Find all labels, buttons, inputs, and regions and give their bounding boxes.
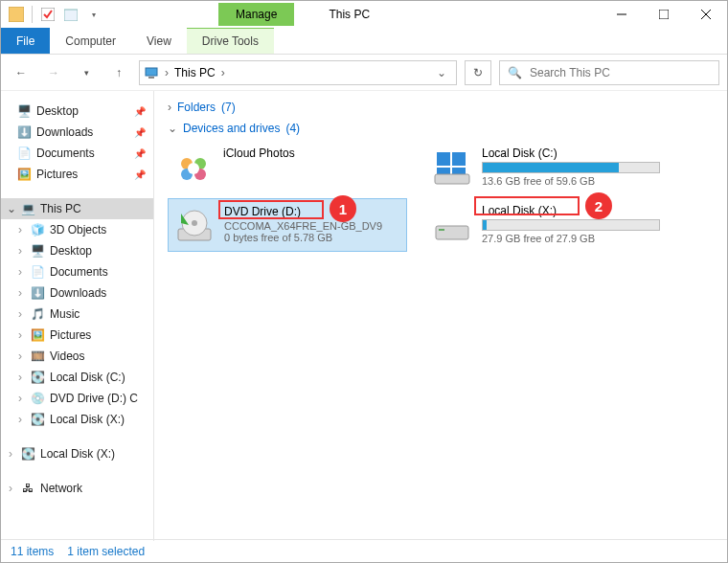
properties-icon[interactable] bbox=[38, 5, 57, 24]
tab-computer[interactable]: Computer bbox=[50, 28, 131, 54]
documents-icon: 📄 bbox=[30, 264, 45, 280]
extra-group: 💽Local Disk (X:) bbox=[1, 443, 153, 464]
tree-item-this-pc[interactable]: 💻This PC bbox=[1, 198, 153, 219]
annotation-callout: 1 bbox=[330, 195, 356, 222]
close-button[interactable] bbox=[685, 1, 727, 28]
section-count: (7) bbox=[221, 101, 236, 114]
forward-button[interactable]: → bbox=[41, 60, 66, 85]
separator bbox=[32, 6, 33, 23]
tile-local-disk-c[interactable]: Local Disk (C:) 13.6 GB free of 59.6 GB bbox=[426, 141, 666, 192]
tile-title: iCloud Photos bbox=[223, 146, 401, 160]
dvd-icon: 💿 bbox=[30, 391, 45, 406]
svg-point-13 bbox=[188, 163, 199, 174]
breadcrumb[interactable]: › This PC › ⌄ bbox=[139, 60, 457, 85]
search-input[interactable] bbox=[530, 66, 711, 79]
downloads-icon: ⬇️ bbox=[30, 285, 45, 301]
breadcrumb-item[interactable]: This PC bbox=[174, 66, 216, 79]
section-folders[interactable]: › Folders (7) bbox=[168, 101, 714, 114]
chevron-down-icon: ⌄ bbox=[168, 122, 177, 135]
refresh-button[interactable]: ↻ bbox=[465, 60, 491, 85]
section-devices[interactable]: ⌄ Devices and drives (4) bbox=[168, 122, 714, 135]
tile-local-disk-x[interactable]: Local Disk (X:) 27.9 GB free of 27.9 GB … bbox=[426, 198, 666, 252]
navigation-pane[interactable]: 🖥️Desktop📌 ⬇️Downloads📌 📄Documents📌 🖼️Pi… bbox=[1, 91, 154, 541]
tree-item-documents[interactable]: 📄Documents📌 bbox=[1, 143, 153, 164]
capacity-bar bbox=[482, 162, 660, 173]
window-controls bbox=[601, 1, 727, 28]
capacity-bar bbox=[482, 219, 660, 231]
chevron-right-icon[interactable]: › bbox=[221, 66, 225, 79]
desktop-icon: 🖥️ bbox=[16, 103, 32, 119]
drive-icon: 💽 bbox=[20, 446, 35, 462]
section-count: (4) bbox=[285, 122, 300, 135]
tree-item-local-disk-x[interactable]: 💽Local Disk (X:) bbox=[1, 409, 153, 430]
drive-icon: 💽 bbox=[30, 370, 45, 385]
tree-item-documents[interactable]: 📄Documents bbox=[1, 261, 153, 282]
tree-item-network[interactable]: 🖧Network bbox=[1, 478, 153, 499]
drive-icon: 💽 bbox=[30, 412, 45, 427]
tree-item-desktop[interactable]: 🖥️Desktop bbox=[1, 240, 153, 261]
tree-item-videos[interactable]: 🎞️Videos bbox=[1, 346, 153, 367]
tile-title: Local Disk (C:) bbox=[482, 146, 660, 160]
pictures-icon: 🖼️ bbox=[30, 327, 45, 343]
annotation-box bbox=[218, 200, 324, 219]
back-button[interactable]: ← bbox=[9, 60, 34, 85]
svg-rect-15 bbox=[452, 152, 466, 166]
chevron-right-icon[interactable]: › bbox=[165, 66, 169, 79]
downloads-icon: ⬇️ bbox=[16, 124, 32, 140]
tile-volume-label: CCCOMA_X64FRE_EN-GB_DV9 bbox=[224, 220, 400, 232]
breadcrumb-dropdown-icon[interactable]: ⌄ bbox=[437, 66, 452, 79]
address-bar: ← → ▾ ↑ › This PC › ⌄ ↻ 🔍 bbox=[1, 55, 727, 91]
annotation-callout: 2 bbox=[585, 192, 612, 219]
pictures-icon: 🖼️ bbox=[16, 167, 32, 182]
pc-icon: 💻 bbox=[20, 201, 35, 216]
window-title: This PC bbox=[329, 8, 370, 21]
pin-icon: 📌 bbox=[134, 106, 146, 117]
content-pane[interactable]: › Folders (7) ⌄ Devices and drives (4) i… bbox=[154, 91, 727, 541]
icloud-photos-icon bbox=[173, 146, 214, 187]
tree-item-3d-objects[interactable]: 🧊3D Objects bbox=[1, 219, 153, 240]
tile-freespace: 0 bytes free of 5.78 GB bbox=[224, 232, 400, 243]
quick-access-group: 🖥️Desktop📌 ⬇️Downloads📌 📄Documents📌 🖼️Pi… bbox=[1, 101, 153, 185]
tree-item-local-disk-c[interactable]: 💽Local Disk (C:) bbox=[1, 367, 153, 388]
svg-rect-8 bbox=[148, 77, 154, 79]
recent-locations-button[interactable]: ▾ bbox=[74, 60, 99, 85]
drive-icon bbox=[432, 146, 472, 187]
tile-dvd-drive[interactable]: DVD Drive (D:) CCCOMA_X64FRE_EN-GB_DV9 0… bbox=[168, 198, 407, 252]
contextual-tab-label[interactable]: Manage bbox=[218, 3, 294, 26]
tab-view[interactable]: View bbox=[131, 28, 187, 54]
svg-rect-23 bbox=[439, 229, 444, 231]
status-item-count: 11 items bbox=[11, 545, 54, 558]
3d-objects-icon: 🧊 bbox=[30, 222, 45, 237]
tile-freespace: 13.6 GB free of 59.6 GB bbox=[482, 175, 660, 187]
svg-rect-22 bbox=[436, 226, 468, 239]
tree-item-music[interactable]: 🎵Music bbox=[1, 304, 153, 325]
up-button[interactable]: ↑ bbox=[106, 60, 131, 85]
tab-drive-tools[interactable]: Drive Tools bbox=[187, 28, 274, 54]
devices-grid: iCloud Photos Local Disk (C:) 13.6 GB fr… bbox=[168, 141, 714, 252]
network-group: 🖧Network bbox=[1, 478, 153, 499]
tree-item-downloads[interactable]: ⬇️Downloads📌 bbox=[1, 122, 153, 143]
tree-item-local-disk-x-root[interactable]: 💽Local Disk (X:) bbox=[1, 443, 153, 464]
minimize-button[interactable] bbox=[601, 1, 643, 28]
svg-rect-18 bbox=[435, 174, 469, 184]
maximize-button[interactable] bbox=[643, 1, 685, 28]
tile-freespace: 27.9 GB free of 27.9 GB bbox=[482, 233, 660, 244]
status-selected-count: 1 item selected bbox=[67, 545, 145, 558]
tile-icloud-photos[interactable]: iCloud Photos bbox=[168, 141, 407, 192]
explorer-body: 🖥️Desktop📌 ⬇️Downloads📌 📄Documents📌 🖼️Pi… bbox=[1, 91, 727, 541]
new-folder-icon[interactable] bbox=[61, 5, 80, 24]
app-icon[interactable] bbox=[7, 5, 26, 24]
section-label: Folders bbox=[177, 101, 216, 114]
file-tab[interactable]: File bbox=[1, 28, 50, 54]
tree-item-pictures[interactable]: 🖼️Pictures📌 bbox=[1, 164, 153, 185]
tree-item-dvd-drive[interactable]: 💿DVD Drive (D:) C bbox=[1, 388, 153, 409]
search-box[interactable]: 🔍 bbox=[499, 60, 719, 85]
pin-icon: 📌 bbox=[134, 127, 146, 138]
tree-item-downloads[interactable]: ⬇️Downloads bbox=[1, 282, 153, 304]
network-icon: 🖧 bbox=[20, 481, 35, 496]
dvd-drive-icon bbox=[174, 205, 215, 245]
tree-item-pictures[interactable]: 🖼️Pictures bbox=[1, 325, 153, 346]
status-bar: 11 items 1 item selected bbox=[1, 539, 727, 562]
tree-item-desktop[interactable]: 🖥️Desktop📌 bbox=[1, 101, 153, 122]
qat-dropdown-icon[interactable]: ▾ bbox=[84, 5, 103, 24]
